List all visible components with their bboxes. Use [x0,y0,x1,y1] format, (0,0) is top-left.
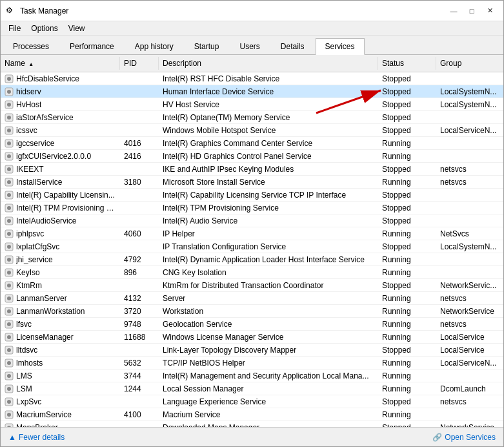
cell-group [436,408,503,421]
table-row[interactable]: LanmanWorkstation 3720 Workstation Runni… [1,305,503,318]
tab-app-history[interactable]: App history [125,38,183,54]
cell-description: Macrium Service [159,408,378,421]
table-row[interactable]: igccservice 4016 Intel(R) Graphics Comma… [1,137,503,150]
table-row[interactable]: LSM 1244 Local Session Manager Running D… [1,382,503,395]
tab-performance[interactable]: Performance [60,38,124,54]
service-icon [5,307,14,316]
col-pid[interactable]: PID [120,57,159,70]
cell-name: KeyIso [1,266,120,278]
tab-users[interactable]: Users [230,38,269,54]
cell-group [436,189,503,201]
table-row[interactable]: HfcDisableService Intel(R) RST HFC Disab… [1,72,503,85]
table-row[interactable]: igfxCUIService2.0.0.0 2416 Intel(R) HD G… [1,150,503,163]
table-row[interactable]: lfsvc 9748 Geolocation Service Running n… [1,318,503,331]
cell-group [436,369,503,382]
table-row[interactable]: LanmanServer 4132 Server Running netsvcs [1,292,503,305]
cell-name: KtmRm [1,279,120,291]
svg-point-31 [7,271,11,275]
tab-processes[interactable]: Processes [3,38,59,54]
svg-point-53 [7,413,11,417]
col-description[interactable]: Description [159,57,378,70]
cell-status: Stopped [378,111,436,123]
tab-startup[interactable]: Startup [185,38,229,54]
menu-file[interactable]: File [3,23,26,34]
table-row[interactable]: lltdsvc Link-Layer Topology Discovery Ma… [1,344,503,357]
cell-name: MacriumService [1,408,120,421]
tabs-bar: Processes Performance App history Startu… [1,36,503,55]
table-row[interactable]: Intel(R) Capability Licensin... Intel(R)… [1,189,503,202]
svg-point-13 [7,154,11,158]
table-row[interactable]: KtmRm KtmRm for Distributed Transaction … [1,279,503,292]
cell-pid [120,124,159,136]
table-body: HfcDisableService Intel(R) RST HFC Disab… [1,72,503,427]
col-status[interactable]: Status [378,57,436,70]
cell-name: icssvc [1,124,120,136]
svg-point-11 [7,141,11,145]
table-row[interactable]: jhi_service 4792 Intel(R) Dynamic Applic… [1,253,503,266]
table-row[interactable]: Intel(R) TPM Provisioning S... Intel(R) … [1,202,503,214]
cell-status: Running [378,176,436,188]
cell-status: Stopped [378,124,436,136]
cell-status: Running [378,408,436,421]
cell-status: Stopped [378,214,436,227]
app-icon: ⚙ [6,6,16,16]
table-row[interactable]: lmhosts 5632 TCP/IP NetBIOS Helper Runni… [1,357,503,369]
cell-description: Language Experience Service [159,395,378,408]
cell-description: KtmRm for Distributed Transaction Coordi… [159,279,378,291]
cell-name: LanmanServer [1,292,120,304]
table-row[interactable]: icssvc Windows Mobile Hotspot Service St… [1,124,503,137]
cell-status: Running [378,150,436,162]
table-row[interactable]: IntelAudioService Intel(R) Audio Service… [1,214,503,227]
services-table-wrapper: Name ▲ PID Description Status Group HfcD… [1,55,503,427]
cell-description: Server [159,292,378,304]
svg-point-37 [7,309,11,313]
cell-description: IP Helper [159,227,378,240]
table-row[interactable]: iphlpsvc 4060 IP Helper Running NetSvcs [1,227,503,240]
tab-details[interactable]: Details [271,38,314,54]
table-row[interactable]: HvHost HV Host Service Stopped LocalSyst… [1,98,503,111]
table-row[interactable]: LxpSvc Language Experience Service Stopp… [1,395,503,408]
maximize-button[interactable]: □ [463,5,480,17]
table-row[interactable]: iaStorAfsService Intel(R) Optane(TM) Mem… [1,111,503,124]
cell-pid: 4792 [120,253,159,265]
tab-services[interactable]: Services [316,38,365,55]
minimize-button[interactable]: — [445,5,462,17]
cell-status: Stopped [378,240,436,253]
cell-status: Running [378,266,436,278]
cell-name: Intel(R) Capability Licensin... [1,189,120,201]
menu-view[interactable]: View [63,23,90,34]
cell-name: lltdsvc [1,344,120,356]
table-row[interactable]: MacriumService 4100 Macrium Service Runn… [1,408,503,421]
menu-options[interactable]: Options [26,23,63,34]
cell-pid: 4132 [120,292,159,304]
open-services-button[interactable]: 🔗 Open Services [430,431,498,443]
close-button[interactable]: ✕ [481,5,498,17]
table-row[interactable]: MapsBroker Downloaded Maps Manager Stopp… [1,421,503,427]
table-row[interactable]: InstallService 3180 Microsoft Store Inst… [1,176,503,189]
table-row[interactable]: LicenseManager 11688 Windows License Man… [1,331,503,344]
cell-description: Intel(R) Dynamic Application Loader Host… [159,253,378,265]
table-row[interactable]: KeyIso 896 CNG Key Isolation Running [1,266,503,279]
service-icon [5,87,14,96]
table-row[interactable]: hidserv Human Interface Device Service S… [1,85,503,98]
cell-description: Intel(R) Optane(TM) Memory Service [159,111,378,123]
table-row[interactable]: IKEEXT IKE and AuthIP IPsec Keying Modul… [1,163,503,176]
table-row[interactable]: lxpIatCfgSvc IP Translation Configuratio… [1,240,503,253]
cell-status: Stopped [378,395,436,408]
cell-name: iphlpsvc [1,227,120,240]
fewer-details-button[interactable]: ▲ Fewer details [6,431,67,443]
cell-name: igccservice [1,137,120,149]
cell-pid [120,72,159,85]
cell-group: netsvcs [436,176,503,188]
cell-group [436,253,503,265]
col-name[interactable]: Name ▲ [1,57,120,70]
cell-status: Stopped [378,279,436,291]
col-group[interactable]: Group [436,57,503,70]
cell-description: Intel(R) RST HFC Disable Service [159,72,378,85]
cell-pid [120,421,159,427]
cell-name: HvHost [1,98,120,110]
service-icon [5,139,14,148]
cell-group: LocalSystemN... [436,240,503,253]
svg-point-15 [7,167,11,171]
table-row[interactable]: LMS 3744 Intel(R) Management and Securit… [1,369,503,382]
